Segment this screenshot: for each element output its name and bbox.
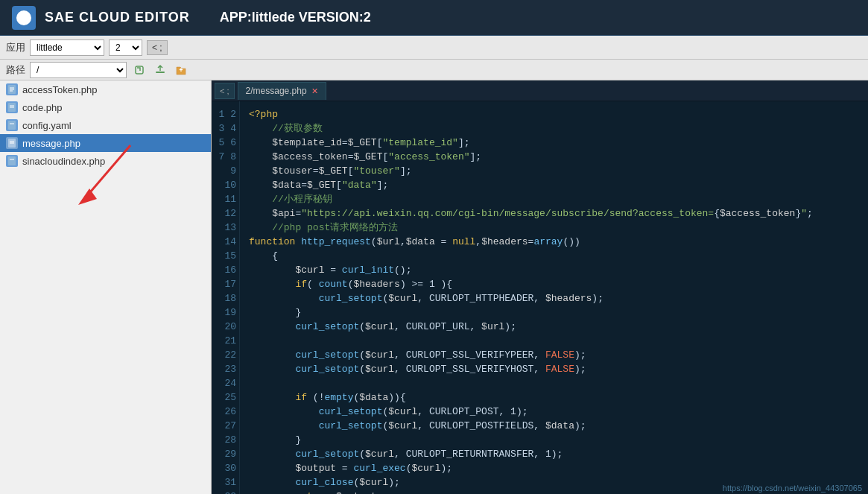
- file-name: code.php: [22, 102, 63, 113]
- file-icon: [6, 137, 18, 149]
- app-label: 应用: [6, 41, 25, 54]
- folder-up-icon-button[interactable]: [173, 62, 189, 78]
- path-row: 路径 /: [0, 60, 868, 80]
- file-item-code[interactable]: code.php: [0, 98, 211, 116]
- footer-url: https://blog.csdn.net/weixin_44307065: [723, 484, 862, 493]
- toolbar: 应用 littlede 2 < ;: [0, 36, 868, 60]
- tab-message[interactable]: 2/message.php ✕: [238, 82, 326, 100]
- code-editor[interactable]: 1 2 3 4 5 6 7 8 9 10 11 12 13 14 15 16 1…: [212, 101, 868, 494]
- file-name: accessToken.php: [22, 84, 97, 95]
- app-logo: [12, 6, 36, 30]
- file-name: sinacloudindex.php: [22, 156, 105, 167]
- main-area: accessToken.php code.php config.yaml mes…: [0, 80, 868, 494]
- version-select[interactable]: 2: [109, 39, 142, 56]
- code-content[interactable]: <?php //获取参数 $template_id=$_GET["templat…: [240, 101, 868, 494]
- refresh-icon-button[interactable]: [131, 62, 148, 78]
- sidebar: accessToken.php code.php config.yaml mes…: [0, 80, 212, 494]
- file-item-accesstoken[interactable]: accessToken.php: [0, 80, 211, 98]
- file-name: config.yaml: [22, 120, 72, 131]
- tab-bar: < ; 2/message.php ✕: [212, 80, 868, 101]
- header: SAE CLOUD EDITOR APP:littlede VERSION:2: [0, 0, 868, 36]
- app-title: SAE CLOUD EDITOR: [45, 10, 190, 25]
- editor-area: < ; 2/message.php ✕ 1 2 3 4 5 6 7 8 9 10…: [212, 80, 868, 494]
- file-name: message.php: [22, 138, 80, 149]
- file-icon: [6, 101, 18, 113]
- path-label: 路径: [6, 63, 25, 77]
- app-info: APP:littlede VERSION:2: [220, 10, 371, 25]
- nav-prev-button[interactable]: < ;: [147, 40, 168, 55]
- upload-icon-button[interactable]: [152, 62, 168, 78]
- tab-close-icon[interactable]: ✕: [311, 86, 318, 96]
- svg-rect-9: [8, 121, 16, 130]
- file-icon: [6, 155, 18, 167]
- file-item-message[interactable]: message.php: [0, 134, 211, 152]
- file-item-config[interactable]: config.yaml: [0, 116, 211, 134]
- app-select[interactable]: littlede: [30, 39, 104, 56]
- tab-label: 2/message.php: [246, 86, 307, 96]
- file-item-sinacloud[interactable]: sinacloudindex.php: [0, 152, 211, 170]
- file-icon: [6, 119, 18, 131]
- tab-nav-prev[interactable]: < ;: [215, 83, 235, 99]
- line-numbers: 1 2 3 4 5 6 7 8 9 10 11 12 13 14 15 16 1…: [212, 101, 240, 494]
- path-select[interactable]: /: [30, 62, 127, 78]
- file-icon: [6, 83, 18, 95]
- svg-rect-14: [8, 156, 16, 165]
- logo-inner: [16, 10, 31, 25]
- svg-rect-1: [156, 72, 165, 73]
